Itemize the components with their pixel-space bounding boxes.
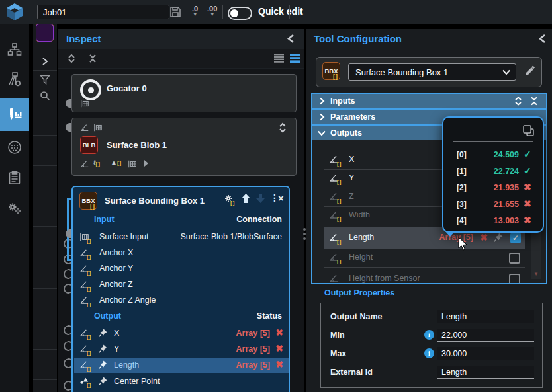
popup-row-3: [3] 21.655 ✖ (443, 196, 543, 213)
input-row-anchor-z[interactable]: [] Anchor Z (74, 277, 287, 293)
collapse-panel-left-icon[interactable] (287, 34, 295, 44)
move-up-icon[interactable] (241, 193, 251, 204)
surface-output-icon (128, 159, 137, 169)
block-view-icon[interactable] (290, 54, 300, 63)
property-row-max: Max i 30.000 (321, 347, 542, 362)
array-values-popup: [0] 24.509 ✓ [1] 22.724 ✓ [2] 21.935 ✖ [… (442, 116, 544, 233)
pin-icon[interactable] (98, 344, 108, 354)
collapse-panel-left-icon[interactable] (539, 34, 546, 44)
surface-input-icon (93, 123, 103, 132)
tool-configuration-panel: Tool Configuration BBX [] Surface Boundi… (306, 29, 552, 392)
pin-icon[interactable] (98, 376, 108, 386)
output-row-x[interactable]: [] X Array [5] ✖ (74, 326, 289, 342)
pipeline-sitemap-icon[interactable] (0, 38, 29, 61)
max-field[interactable]: 30.000 (437, 347, 534, 360)
scroll-down-arrow[interactable]: ▼ (533, 271, 539, 277)
status-array: Array [5] (236, 329, 270, 338)
popup-row-2: [2] 21.935 ✖ (443, 180, 543, 196)
inspect-panel: Inspect (58, 29, 304, 392)
tool-palette-strip: ARN AWD ART BBR BLB BBX CED CHL CCR (33, 24, 57, 392)
input-row-surface-input[interactable]: [] Surface Input Surface Blob 1/BlobSurf… (74, 229, 287, 245)
pin-icon[interactable] (98, 328, 108, 338)
sidebar-item-tools[interactable] (0, 98, 29, 131)
tool-selector-dropdown[interactable]: Surface Bounding Box 1 (348, 63, 516, 81)
gocator-block-title: Gocator 0 (107, 83, 147, 93)
tool-badge-partial[interactable] (36, 24, 54, 42)
fail-icon: ✖ (275, 327, 283, 338)
expand-all-icon[interactable] (68, 54, 75, 63)
collapse-sections-icon[interactable] (530, 97, 538, 106)
info-icon[interactable]: i (424, 330, 434, 340)
external-id-field[interactable]: Length (437, 366, 534, 379)
blob-block-title: Surface Blob 1 (107, 140, 167, 150)
input-row-anchor-x[interactable]: [] Anchor X (74, 245, 287, 261)
output-properties-box: Output Name Length Min i 22.000 Max i 30… (320, 303, 543, 388)
collapse-block-chevrons[interactable] (279, 122, 287, 133)
save-icon[interactable] (169, 6, 181, 18)
output-name-field[interactable]: Length (437, 310, 534, 323)
copy-icon[interactable] (522, 124, 535, 137)
config-output-row-partial[interactable]: Height from Sensor (324, 270, 525, 284)
list-view-icon[interactable] (274, 54, 284, 63)
connection-value: Surface Blob 1/BlobSurface (180, 232, 282, 241)
increase-decimals-button[interactable]: .00▼ (207, 5, 217, 17)
job-name-input[interactable] (37, 5, 169, 19)
quick-edit-toggle[interactable] (228, 7, 252, 20)
fail-icon: ✖ (275, 359, 283, 370)
pin-icon[interactable] (493, 232, 504, 243)
cross-icon: ✖ (524, 215, 531, 225)
output-enabled-checkbox[interactable] (509, 253, 520, 264)
output-row-center-point[interactable]: [] Center Point (74, 374, 289, 390)
report-clipboard-icon[interactable] (0, 167, 29, 189)
collapse-block-icon[interactable]: × (278, 192, 284, 204)
collapse-all-icon[interactable] (89, 54, 97, 63)
decrease-decimals-button[interactable]: .0▼ (192, 5, 198, 17)
output-enabled-checkbox[interactable]: ✓ (510, 233, 521, 243)
filter-icon[interactable] (33, 73, 57, 87)
popup-separator (453, 141, 533, 142)
output-column-header: Output (94, 311, 121, 321)
top-bar: .0▼ .00▼ Quick edit (0, 0, 552, 24)
input-row-anchor-z-angle[interactable]: [] Anchor Z Angle (74, 293, 287, 309)
edit-pencil-icon[interactable] (524, 65, 535, 77)
bounding-box-block[interactable]: BBX [] Surface Bounding Box 1 [] ⋮ (71, 186, 290, 392)
popup-row-1: [1] 22.724 ✓ (443, 163, 543, 180)
app-sidebar (0, 24, 29, 392)
dashboard-globe-icon[interactable] (0, 136, 29, 159)
section-header-inputs[interactable]: Inputs (311, 93, 547, 109)
info-icon[interactable]: i (424, 348, 434, 358)
check-icon: ✓ (524, 165, 531, 176)
connection-column-header: Connection (236, 215, 282, 224)
search-icon[interactable] (33, 89, 57, 103)
surface-blob-block[interactable]: BLB Surface Blob 1 ℓ[] ▲[] (71, 118, 297, 176)
blob-badge: BLB (80, 136, 98, 154)
input-row-anchor-y[interactable]: [] Anchor Y (74, 261, 287, 277)
input-column-header: Input (94, 215, 115, 224)
move-down-icon[interactable] (255, 193, 265, 204)
min-field[interactable]: 22.000 (437, 329, 534, 342)
expand-palette-chevron[interactable] (33, 54, 57, 69)
popup-row-4: [4] 13.003 ✖ (443, 213, 543, 229)
output-row-y[interactable]: [] Y Array [5] ✖ (74, 342, 289, 358)
more-outputs-arrow-icon[interactable] (144, 159, 149, 167)
measurement-array-icon: ℓ[] (93, 159, 101, 167)
bbox-block-title: Surface Bounding Box 1 (105, 196, 205, 206)
property-row-output-name: Output Name Length (321, 310, 542, 325)
expand-collapse-all-icon[interactable] (514, 97, 522, 106)
selected-tool-badge-brackets: [] (333, 73, 338, 80)
gocator-block[interactable]: Gocator 0 (71, 74, 297, 112)
check-icon: ✓ (524, 149, 531, 159)
app-logo-icon[interactable] (5, 2, 24, 22)
config-output-row-height[interactable]: [] Height (324, 249, 525, 268)
pin-icon[interactable] (98, 360, 108, 370)
output-enabled-checkbox[interactable] (509, 274, 520, 284)
toolbar-separator (289, 5, 290, 19)
anchor-input-icon (80, 123, 89, 132)
sensor-icon[interactable] (0, 69, 29, 91)
tool-selector-value: Surface Bounding Box 1 (355, 67, 448, 77)
settings-gears-icon[interactable] (0, 197, 29, 219)
status-array: Array [5] (236, 360, 270, 370)
tool-gear-icon[interactable]: [] (224, 194, 234, 204)
status-array: Array [5] (236, 344, 270, 354)
output-row-length-selected[interactable]: [] Length Array [5] ✖ (74, 358, 289, 373)
